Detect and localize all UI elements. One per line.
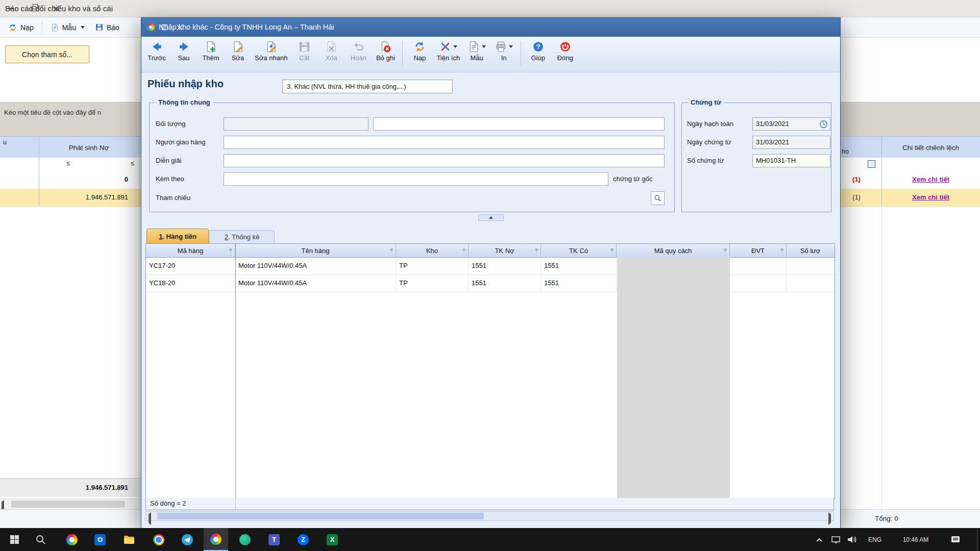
grid-line (39, 158, 39, 170)
col-header-ma-quy-cach[interactable]: Mã quy cách (617, 244, 730, 257)
main-hscrollbar[interactable] (0, 498, 141, 510)
partner-name-input[interactable] (373, 117, 665, 131)
main-template-button[interactable]: Mẫu (48, 21, 87, 34)
quick-edit-button[interactable]: Sửa nhanh (255, 40, 287, 62)
help-icon: ? (532, 40, 545, 53)
choose-params-button[interactable]: Chọn tham số... (5, 45, 89, 63)
main-report-button[interactable]: Báo (93, 21, 121, 33)
prev-button[interactable]: Trước (146, 40, 167, 62)
col-header-ma-hang[interactable]: Mã hàng (146, 244, 235, 257)
col-header-tk-no[interactable]: TK Nợ (469, 244, 541, 257)
col-header-so-luong[interactable]: Số lượ (787, 244, 834, 257)
help-button[interactable]: ? Giúp (528, 40, 548, 62)
document-group: Chứng từ Ngày hạch toán 31/03/2021 Ngày … (681, 103, 831, 212)
col-header-dvt[interactable]: ĐVT (730, 244, 787, 257)
dialog-toolbar: Trước Sau Thêm Sửa Sửa nhanh Cắt (141, 37, 840, 72)
start-button[interactable] (2, 528, 27, 551)
edit-button[interactable]: Sửa (228, 40, 248, 62)
main-refresh-button[interactable]: Nạp (6, 21, 36, 34)
utilities-button[interactable]: Tiện ích (436, 40, 460, 62)
main-window-title: Báo cáo đối chiếu kho và sổ cái (5, 0, 113, 17)
grid-row[interactable]: YC18-20 Motor 110V/44W/0.45A TP 1551 155… (146, 275, 835, 292)
partner-code-input[interactable] (224, 117, 369, 131)
taskbar-app-explorer[interactable] (117, 528, 141, 551)
tab-items[interactable]: 1. Hàng tiền (146, 229, 209, 243)
collapse-panel-button[interactable] (478, 214, 504, 221)
deliverer-input[interactable] (224, 136, 665, 149)
taskbar-search-button[interactable] (29, 528, 53, 551)
print-button[interactable]: In (494, 40, 514, 62)
scroll-right-arrow[interactable] (828, 514, 831, 523)
view-detail-link[interactable]: Xem chi tiết (881, 189, 980, 206)
col-header-ten-hang[interactable]: Tên hàng (235, 244, 396, 257)
scroll-thumb[interactable] (11, 500, 125, 508)
filter-grid-icon[interactable] (868, 160, 875, 168)
close-dialog-button[interactable]: Đóng (555, 40, 575, 62)
partial-column-header-right[interactable]: ho (842, 148, 849, 155)
doc-date-field[interactable]: 31/03/2021 (752, 136, 830, 149)
main-refresh-label: Nạp (20, 23, 34, 32)
maximize-icon (162, 24, 167, 30)
taskbar-app-colorwheel[interactable] (60, 528, 84, 551)
grid-line (39, 170, 39, 189)
partial-column-header-left[interactable]: u (3, 139, 7, 146)
pin-icon (780, 248, 785, 253)
next-button[interactable]: Sau (174, 40, 194, 62)
pin-icon (534, 248, 539, 253)
restore-icon (31, 6, 36, 11)
table-summary-row: 1.946.571.891 (0, 478, 141, 497)
taskbar-app-misa-active[interactable] (204, 528, 228, 551)
svg-text:?: ? (536, 43, 540, 51)
template-button[interactable]: Mẫu (467, 40, 487, 62)
dialog-title: Nhập kho khác - Công ty TNHH Long An – T… (159, 18, 334, 37)
grid-line (139, 170, 139, 189)
clock-icon[interactable] (819, 120, 828, 129)
language-indicator[interactable]: ENG (863, 528, 887, 551)
add-button[interactable]: Thêm (201, 40, 221, 62)
filter-operator[interactable]: ≤ (131, 159, 134, 167)
taskbar-app-teams[interactable]: T (262, 528, 286, 551)
col-header-kho[interactable]: Kho (396, 244, 469, 257)
description-input[interactable] (224, 154, 665, 167)
volume-button[interactable] (844, 528, 860, 551)
doc-no-field[interactable]: MH01031-TH (752, 154, 830, 167)
posting-date-field[interactable]: 31/03/2021 (752, 117, 830, 131)
column-header-debit[interactable]: Phát sinh Nợ (39, 137, 139, 158)
unpost-button[interactable]: Bỏ ghi (375, 40, 396, 62)
scroll-thumb[interactable] (157, 513, 484, 519)
view-detail-link[interactable]: Xem chi tiết (881, 170, 980, 189)
document-edit-icon (232, 40, 244, 53)
unpost-icon (379, 40, 392, 53)
column-header-detail[interactable]: Chi tiết chênh lệch (881, 137, 980, 158)
posting-date-value: 31/03/2021 (756, 120, 789, 128)
dialog-hscrollbar[interactable] (145, 511, 834, 521)
reference-lookup-button[interactable] (651, 191, 665, 205)
action-center-button[interactable] (944, 528, 967, 551)
pin-icon (229, 248, 233, 253)
taskbar-app-zalo[interactable]: Z (291, 528, 315, 551)
show-desktop-button[interactable] (977, 528, 980, 551)
reload-button[interactable]: Nạp (409, 40, 430, 62)
taskbar-app-chrome[interactable] (146, 528, 171, 551)
save-icon (298, 40, 311, 53)
attachment-input[interactable] (224, 172, 608, 186)
tray-expand-button[interactable] (813, 528, 826, 551)
tab-statistics[interactable]: 2. Thống kê (209, 230, 275, 243)
cut-button: Cắt (294, 40, 314, 62)
filter-operator[interactable]: ≤ (66, 159, 70, 167)
taskbar-app-excel[interactable]: X (320, 528, 345, 551)
taskbar-app-teal[interactable] (233, 528, 257, 551)
edit-label: Sửa (232, 54, 244, 62)
clock[interactable]: 10:46 AM (890, 528, 941, 551)
scroll-left-arrow[interactable] (149, 514, 151, 523)
tray-display-icon-button[interactable] (829, 528, 842, 551)
voucher-type-combo[interactable]: 3. Khác (NVL thừa, HH thuê gia công,...) (282, 80, 453, 93)
col-header-tk-co[interactable]: TK Có (541, 244, 617, 257)
taskbar-app-telegram[interactable] (175, 528, 200, 551)
taskbar-app-outlook[interactable]: O (88, 528, 112, 551)
partner-label: Đối tượng (156, 120, 185, 128)
attachment-suffix: chứng từ gốc (613, 175, 652, 183)
grid-row[interactable]: YC17-20 Motor 110V/44W/0.45A TP 1551 155… (146, 258, 835, 275)
dialog-titlebar[interactable]: Nhập kho khác - Công ty TNHH Long An – T… (141, 18, 840, 37)
attachment-label: Kèm theo (156, 175, 184, 183)
